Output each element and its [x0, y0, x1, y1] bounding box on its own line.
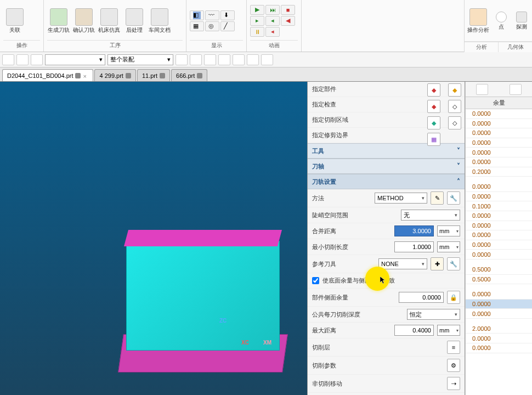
stock-value-cell[interactable]: [466, 177, 532, 182]
pin-icon[interactable]: [75, 73, 81, 78]
ribbon-btn-shopdoc[interactable]: 车间文档: [148, 5, 171, 36]
display-btn-4[interactable]: ▦: [190, 21, 204, 31]
anim-back[interactable]: ◂: [265, 27, 280, 37]
display-btn-2[interactable]: 〰: [205, 10, 219, 20]
stock-value-cell[interactable]: 0.0000: [466, 182, 532, 192]
input-mincut-length[interactable]: [394, 241, 434, 252]
checkbox-stock-consistent[interactable]: [312, 277, 319, 284]
spec-part-pick-icon[interactable]: ◆: [427, 83, 440, 97]
stock-value-cell[interactable]: 0.0000: [466, 309, 532, 319]
display-btn-5[interactable]: ◎: [205, 21, 219, 31]
stock-value-cell[interactable]: 2.0000: [466, 324, 532, 334]
close-icon[interactable]: ×: [83, 73, 88, 78]
pin-icon[interactable]: [197, 73, 202, 78]
pin-icon[interactable]: [160, 73, 165, 78]
stock-value-cell[interactable]: 0.2000: [466, 167, 532, 177]
stock-value-cell[interactable]: 0.0000: [466, 211, 532, 221]
method-wrench-icon[interactable]: 🔧: [447, 191, 460, 205]
input-merge-distance[interactable]: [394, 225, 434, 236]
stock-value-cell[interactable]: 0.0000: [466, 343, 532, 353]
anim-step[interactable]: ▸: [250, 16, 264, 26]
stock-value-cell[interactable]: 0.0000: [466, 230, 532, 240]
stock-value-cell[interactable]: 0.0000: [466, 157, 532, 167]
noncut-moves-icon[interactable]: ⇢: [447, 377, 460, 390]
display-btn-6[interactable]: ╱: [220, 21, 235, 31]
reftool-new-icon[interactable]: ✚: [431, 257, 444, 270]
combo-method[interactable]: METHOD: [375, 193, 427, 204]
anim-stop[interactable]: ■: [281, 5, 295, 15]
ribbon-btn-point[interactable]: 点: [493, 5, 510, 36]
stock-value-cell[interactable]: 0.0000: [466, 128, 532, 138]
stock-value-cell[interactable]: 0.0000: [466, 119, 532, 129]
section-axis[interactable]: 刀轴˅: [308, 159, 465, 174]
ribbon-btn-verify[interactable]: 确认刀轨: [72, 5, 95, 36]
method-edit-icon[interactable]: ✎: [431, 191, 444, 205]
reftool-wrench-icon[interactable]: 🔧: [447, 257, 460, 270]
qbtn-9[interactable]: [247, 54, 259, 65]
stock-value-cell[interactable]: 0.1000: [466, 201, 532, 211]
cut-levels-icon[interactable]: ≡: [447, 341, 460, 354]
anim-rev[interactable]: ◀: [281, 16, 295, 26]
qbtn-7[interactable]: [218, 54, 230, 65]
anim-end[interactable]: ⏭: [265, 5, 280, 15]
unit-mincut[interactable]: mm: [437, 241, 460, 252]
ribbon-btn-probe[interactable]: 探测: [513, 5, 530, 36]
stock-value-cell[interactable]: 0.0000: [466, 109, 532, 119]
stock-value-cell[interactable]: 0.0000: [466, 138, 532, 148]
stock-value-cell[interactable]: 0.0000: [466, 334, 532, 343]
section-path-settings[interactable]: 刀轨设置˄: [308, 174, 465, 189]
stock-value-cell[interactable]: [466, 284, 532, 290]
tab-666[interactable]: 666.prt: [171, 69, 207, 81]
spec-trim-pick-icon[interactable]: ▦: [427, 133, 440, 146]
stock-value-cell[interactable]: [466, 259, 532, 265]
unit-merge[interactable]: mm: [437, 225, 460, 236]
qbtn-10[interactable]: [261, 54, 273, 65]
ana-btn-1[interactable]: [476, 84, 488, 95]
ribbon-btn-assoc[interactable]: 关联: [3, 5, 26, 36]
qbtn-5[interactable]: [190, 54, 202, 65]
spec-check-show-icon[interactable]: ◇: [448, 100, 461, 113]
anim-stepback[interactable]: ◂: [265, 16, 280, 26]
lock-icon[interactable]: 🔒: [447, 291, 460, 304]
combo-filter-2[interactable]: 整个装配▾: [107, 54, 173, 65]
ribbon-btn-simulate[interactable]: 机床仿真: [98, 5, 121, 36]
ribbon-btn-postproc[interactable]: 后处理: [123, 5, 146, 36]
stock-value-cell[interactable]: 0.0000: [466, 192, 532, 202]
qbtn-1[interactable]: [2, 54, 14, 65]
spec-part-show-icon[interactable]: ◆: [448, 83, 461, 97]
stock-value-cell[interactable]: 0.0000: [466, 240, 532, 250]
spec-cutarea-show-icon[interactable]: ◇: [448, 116, 461, 129]
unit-maxdist[interactable]: mm: [437, 325, 460, 336]
combo-reftool[interactable]: NONE: [378, 258, 427, 269]
tab-4299[interactable]: 4 299.prt: [94, 69, 135, 81]
combo-cut-depth[interactable]: 恒定: [407, 309, 460, 320]
ribbon-btn-opanalysis[interactable]: 操作分析: [467, 5, 490, 36]
input-side-stock[interactable]: [399, 292, 444, 303]
stock-value-cell[interactable]: 0.0000: [466, 148, 532, 157]
stock-value-cell[interactable]: 0.0000: [466, 221, 532, 231]
stock-value-cell[interactable]: 0.5000: [466, 265, 532, 275]
tab-d2044[interactable]: D2044_C101_BD004.prt×: [2, 69, 93, 81]
display-btn-1[interactable]: ◧: [190, 10, 204, 20]
stock-value-cell[interactable]: 0.0000: [466, 250, 532, 259]
3d-viewport[interactable]: ZC XC XM: [0, 82, 307, 395]
spec-cutarea-pick-icon[interactable]: ◆: [427, 116, 440, 129]
input-max-distance[interactable]: [394, 325, 434, 336]
stock-value-cell[interactable]: 0.0000: [466, 290, 532, 300]
spec-check-pick-icon[interactable]: ◆: [427, 100, 440, 113]
qbtn-4[interactable]: [176, 54, 188, 65]
qbtn-6[interactable]: [204, 54, 216, 65]
anim-play[interactable]: ▶: [250, 5, 264, 15]
pin-icon[interactable]: [126, 73, 131, 78]
combo-steep[interactable]: 无: [401, 210, 460, 221]
ana-btn-2[interactable]: [510, 84, 522, 95]
combo-filter-1[interactable]: ▾: [45, 54, 105, 65]
qbtn-3[interactable]: [31, 54, 43, 65]
display-btn-3[interactable]: ⬇: [220, 10, 235, 20]
cut-params-icon[interactable]: ⚙: [447, 359, 460, 372]
stock-value-cell[interactable]: [466, 319, 532, 324]
stock-value-cell[interactable]: 0.0000: [466, 300, 532, 309]
qbtn-8[interactable]: [233, 54, 245, 65]
anim-pause[interactable]: ⏸: [250, 27, 264, 37]
tab-11[interactable]: 11.prt: [137, 69, 170, 81]
